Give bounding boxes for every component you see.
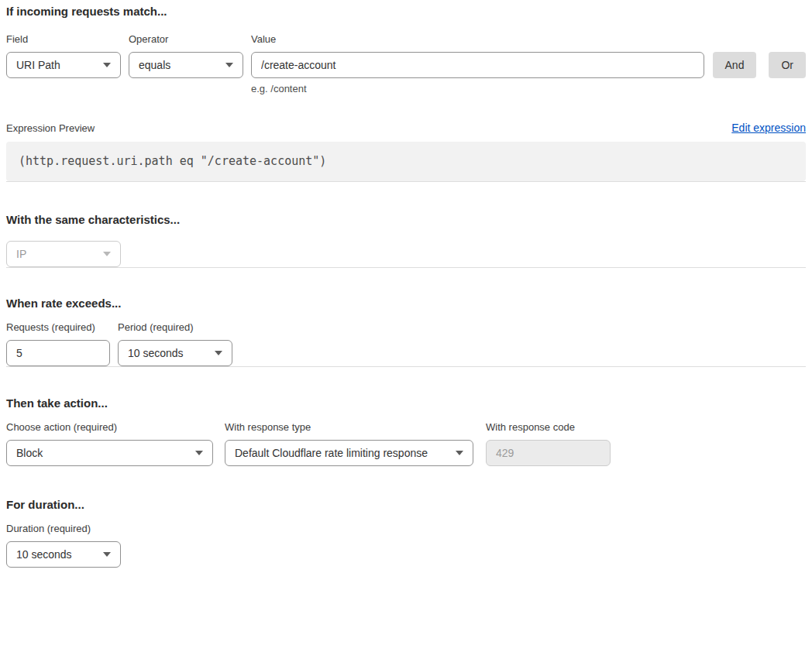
chevron-down-icon [103,552,111,557]
requests-column: Requests (required) [6,321,110,366]
section-divider [6,366,806,367]
action-section-title: Then take action... [6,396,806,410]
rate-fields-row: Requests (required) Period (required) 10… [6,321,806,366]
section-characteristics: With the same characteristics... IP [6,213,806,267]
section-duration: For duration... Duration (required) 10 s… [6,498,806,568]
requests-label: Requests (required) [6,321,110,334]
duration-section-title: For duration... [6,498,806,512]
action-fields-row: Choose action (required) Block With resp… [6,421,806,466]
characteristics-section-title: With the same characteristics... [6,213,806,227]
duration-label: Duration (required) [6,523,806,535]
chevron-down-icon [456,451,463,455]
operator-dropdown-value: equals [139,59,170,71]
response-type-dropdown-value: Default Cloudflare rate limiting respons… [235,447,428,459]
and-or-buttons: And Or [704,52,806,78]
chevron-down-icon [225,63,233,67]
duration-dropdown-value: 10 seconds [16,548,72,561]
or-button[interactable]: Or [769,52,806,78]
expression-preview-label: Expression Preview [6,122,95,135]
chevron-down-icon [103,63,111,67]
choose-action-dropdown[interactable]: Block [6,440,213,466]
expression-preview-box: (http.request.uri.path eq "/create-accou… [6,142,806,181]
edit-expression-link[interactable]: Edit expression [731,122,806,135]
expression-code: (http.request.uri.path eq "/create-accou… [19,154,326,168]
field-label: Field [6,33,121,46]
field-dropdown[interactable]: URI Path [6,52,121,78]
response-code-label: With response code [486,421,611,434]
response-code-input [486,440,611,466]
period-label: Period (required) [118,321,232,334]
chevron-down-icon [103,252,111,256]
and-button[interactable]: And [713,52,757,78]
chevron-down-icon [195,451,203,455]
choose-action-dropdown-value: Block [16,447,43,459]
chevron-down-icon [215,351,222,355]
operator-label: Operator [129,33,243,46]
value-label: Value [251,33,704,46]
section-divider [6,181,806,182]
response-type-label: With response type [225,421,473,434]
characteristic-dropdown: IP [6,241,121,267]
match-fields-row: Field URI Path Operator equals Value e.g… [6,33,806,95]
operator-dropdown[interactable]: equals [129,52,243,78]
operator-column: Operator equals [129,33,243,78]
duration-dropdown[interactable]: 10 seconds [6,541,121,568]
period-column: Period (required) 10 seconds [118,321,232,366]
response-type-column: With response type Default Cloudflare ra… [225,421,473,466]
value-column: Value e.g. /content [251,33,704,95]
section-match: If incoming requests match... Field URI … [6,5,806,181]
response-type-dropdown[interactable]: Default Cloudflare rate limiting respons… [225,440,473,466]
value-helper-text: e.g. /content [251,83,704,95]
match-section-title: If incoming requests match... [6,5,806,19]
rate-section-title: When rate exceeds... [6,297,806,311]
field-column: Field URI Path [6,33,121,78]
expression-preview-header: Expression Preview Edit expression [6,122,806,135]
field-dropdown-value: URI Path [16,59,60,71]
section-rate: When rate exceeds... Requests (required)… [6,297,806,366]
section-divider [6,267,806,268]
rate-limiting-rule-form: If incoming requests match... Field URI … [0,0,812,568]
value-input[interactable] [251,52,704,78]
response-code-column: With response code [486,421,611,466]
choose-action-label: Choose action (required) [6,421,213,434]
requests-input[interactable] [6,340,110,366]
period-dropdown[interactable]: 10 seconds [118,340,232,366]
section-action: Then take action... Choose action (requi… [6,396,806,466]
characteristic-dropdown-value: IP [16,248,26,260]
choose-action-column: Choose action (required) Block [6,421,213,466]
period-dropdown-value: 10 seconds [128,347,184,359]
